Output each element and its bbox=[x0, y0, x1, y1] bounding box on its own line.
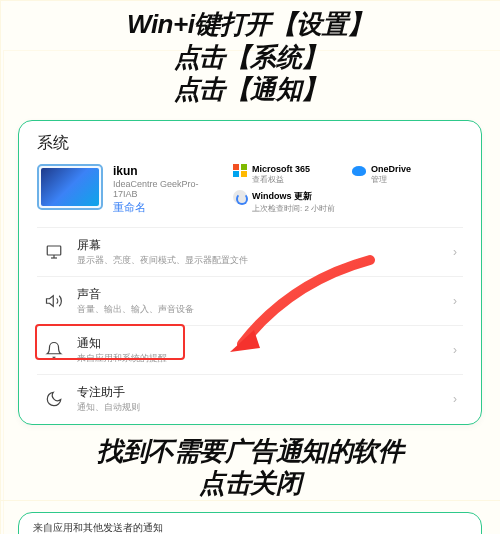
tile-windows-update[interactable]: Windows 更新 上次检查时间: 2 小时前 bbox=[233, 190, 463, 215]
highlight-box bbox=[35, 324, 185, 360]
instruction-top: Win+i键打开【设置】 点击【系统】 点击【通知】 bbox=[18, 8, 482, 106]
desktop-thumbnail[interactable] bbox=[37, 164, 103, 210]
row-sound[interactable]: 声音 音量、输出、输入、声音设备 › bbox=[37, 276, 463, 325]
instruction-bottom: 找到不需要广告通知的软件 点击关闭 bbox=[18, 435, 482, 500]
tile-title: OneDrive bbox=[371, 164, 411, 174]
row-notifications[interactable]: 通知 来自应用和系统的提醒 › bbox=[37, 325, 463, 374]
chevron-right-icon: › bbox=[453, 343, 457, 357]
chevron-right-icon: › bbox=[453, 245, 457, 259]
row-title: 声音 bbox=[77, 286, 453, 303]
row-focus-assist[interactable]: 专注助手 通知、自动规则 › bbox=[37, 374, 463, 416]
tile-microsoft365[interactable]: Microsoft 365 查看权益 bbox=[233, 164, 344, 186]
row-sub: 显示器、亮度、夜间模式、显示器配置文件 bbox=[77, 254, 453, 267]
panel-title: 系统 bbox=[37, 133, 463, 154]
speaker-icon bbox=[43, 290, 65, 312]
pc-model: IdeaCentre GeekPro-17IAB bbox=[113, 179, 223, 199]
pc-name: ikun bbox=[113, 164, 223, 178]
svg-rect-0 bbox=[47, 246, 61, 255]
row-title: 专注助手 bbox=[77, 384, 453, 401]
settings-system-panel: 系统 ikun IdeaCentre GeekPro-17IAB 重命名 Mic… bbox=[18, 120, 482, 425]
tile-title: Windows 更新 bbox=[252, 190, 335, 203]
svg-marker-3 bbox=[47, 295, 54, 306]
settings-list: 屏幕 显示器、亮度、夜间模式、显示器配置文件 › 声音 音量、输出、输入、声音设… bbox=[37, 227, 463, 416]
monitor-icon bbox=[43, 241, 65, 263]
tile-sub: 管理 bbox=[371, 174, 411, 185]
instr-line: 点击关闭 bbox=[18, 467, 482, 500]
chevron-right-icon: › bbox=[453, 392, 457, 406]
instr-line: 找到不需要广告通知的软件 bbox=[18, 435, 482, 468]
row-sub: 音量、输出、输入、声音设备 bbox=[77, 303, 453, 316]
row-title: 屏幕 bbox=[77, 237, 453, 254]
tile-title: Microsoft 365 bbox=[252, 164, 310, 174]
system-header: ikun IdeaCentre GeekPro-17IAB 重命名 Micros… bbox=[37, 164, 463, 215]
settings-notifications-panel: 来自应用和其他发送者的通知 bbox=[18, 512, 482, 535]
tile-onedrive[interactable]: OneDrive 管理 bbox=[352, 164, 463, 186]
instr-line: 点击【通知】 bbox=[18, 73, 482, 106]
row-sub: 通知、自动规则 bbox=[77, 401, 453, 414]
onedrive-icon bbox=[352, 166, 366, 176]
update-icon bbox=[233, 190, 247, 204]
instr-line: 点击【系统】 bbox=[18, 41, 482, 74]
row-display[interactable]: 屏幕 显示器、亮度、夜间模式、显示器配置文件 › bbox=[37, 227, 463, 276]
instr-line: Win+i键打开【设置】 bbox=[18, 8, 482, 41]
tile-sub: 查看权益 bbox=[252, 174, 310, 185]
pc-info: ikun IdeaCentre GeekPro-17IAB 重命名 bbox=[113, 164, 223, 215]
moon-icon bbox=[43, 388, 65, 410]
rename-link[interactable]: 重命名 bbox=[113, 200, 223, 215]
panel-text: 来自应用和其他发送者的通知 bbox=[33, 521, 467, 535]
microsoft-icon bbox=[233, 164, 247, 178]
chevron-right-icon: › bbox=[453, 294, 457, 308]
wallpaper-preview bbox=[41, 168, 99, 206]
status-tiles: Microsoft 365 查看权益 OneDrive 管理 Windows 更… bbox=[233, 164, 463, 215]
tile-sub: 上次检查时间: 2 小时前 bbox=[252, 203, 335, 214]
